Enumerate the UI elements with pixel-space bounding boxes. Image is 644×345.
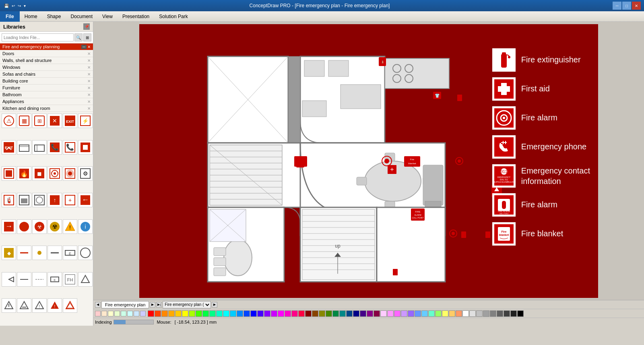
swatch[interactable] xyxy=(380,310,387,317)
close-library-icon[interactable]: ✕ xyxy=(87,58,91,63)
solution-park-menu[interactable]: Solution Park xyxy=(154,11,192,22)
swatch[interactable] xyxy=(168,310,175,317)
swatch[interactable] xyxy=(237,310,243,317)
icon-cell[interactable]: ↑ xyxy=(47,193,62,207)
phone-icon[interactable]: 📞 xyxy=(63,140,77,155)
document-menu[interactable]: Document xyxy=(66,11,97,22)
libraries-header-icons[interactable]: 📌 xyxy=(83,23,90,30)
swatch[interactable] xyxy=(216,310,223,317)
close-library-icon[interactable]: ✕ xyxy=(87,93,91,97)
shape-menu[interactable]: Shape xyxy=(42,11,66,22)
swatch[interactable] xyxy=(257,310,264,317)
swatch[interactable] xyxy=(428,310,435,317)
swatch[interactable] xyxy=(346,310,353,317)
library-walls[interactable]: Walls, shell and structure ✕ xyxy=(0,57,93,64)
icon-cell[interactable] xyxy=(17,193,31,207)
icon-cell[interactable]: + xyxy=(63,193,77,207)
icon-cell[interactable] xyxy=(78,140,93,155)
icon-cell[interactable]: ⚠ xyxy=(2,114,16,128)
swatch[interactable] xyxy=(490,310,496,317)
swatch[interactable] xyxy=(264,310,270,317)
radiation-icon[interactable]: ☢ xyxy=(47,219,62,234)
swatch[interactable] xyxy=(435,310,442,317)
swatch[interactable] xyxy=(374,310,380,317)
swatch[interactable] xyxy=(182,310,188,317)
swatch[interactable] xyxy=(305,310,312,317)
icon-cell[interactable]: E xyxy=(47,272,62,287)
tab-scroll-right[interactable]: ▶ xyxy=(212,302,217,308)
icon-cell[interactable] xyxy=(17,219,31,234)
minimize-btn[interactable]: ─ xyxy=(613,2,621,10)
icon-cell[interactable] xyxy=(17,140,31,155)
palette-swatch[interactable] xyxy=(114,311,120,316)
palette-swatch[interactable] xyxy=(121,311,126,316)
icon-cell[interactable] xyxy=(32,272,47,287)
palette-swatch[interactable] xyxy=(127,311,133,316)
icon-cell[interactable] xyxy=(17,246,31,260)
icon-cell[interactable]: ← xyxy=(78,193,93,207)
close-library-icon[interactable]: ✕ xyxy=(87,106,91,111)
swatch[interactable] xyxy=(326,310,332,317)
swatch[interactable] xyxy=(285,310,291,317)
view-menu[interactable]: View xyxy=(97,11,118,22)
triangle-icon[interactable] xyxy=(78,272,93,287)
file-menu[interactable]: File xyxy=(0,11,20,22)
palette-swatch[interactable] xyxy=(101,311,107,316)
library-furniture[interactable]: Furniture ✕ xyxy=(0,85,93,91)
close-library-icon[interactable]: ✕ xyxy=(87,65,91,70)
alarm-icon[interactable] xyxy=(47,166,62,181)
home-menu[interactable]: Home xyxy=(20,11,42,22)
swatch[interactable] xyxy=(353,310,359,317)
maximize-btn[interactable]: □ xyxy=(622,2,631,10)
collapse-icon[interactable]: ─ xyxy=(81,45,87,49)
library-bathroom[interactable]: Bathroom ✕ xyxy=(0,91,93,98)
presentation-menu[interactable]: Presentation xyxy=(118,11,154,22)
grid-view-btn[interactable]: ⊞ xyxy=(83,33,91,41)
swatch[interactable] xyxy=(504,310,510,317)
icon-cell[interactable] xyxy=(63,298,77,313)
close-library-icon[interactable]: ✕ xyxy=(87,52,91,56)
library-appliances[interactable]: Appliances ✕ xyxy=(0,98,93,105)
emergency-phone-icon[interactable]: 📞 xyxy=(47,140,62,155)
swatch[interactable] xyxy=(476,310,483,317)
biohazard-icon[interactable]: ☣ xyxy=(32,219,47,234)
library-kitchen[interactable]: Kitchen and dining room ✕ xyxy=(0,105,93,112)
swatch[interactable] xyxy=(278,310,284,317)
close-btn[interactable]: ✕ xyxy=(632,2,641,10)
tab-last-btn[interactable]: ▶| xyxy=(156,302,162,308)
icon-cell[interactable]: E xyxy=(63,246,77,260)
search-input[interactable] xyxy=(2,33,74,41)
undo-quick-btn[interactable]: ↩ xyxy=(11,3,16,9)
close-library-icon[interactable]: ✕ xyxy=(87,45,91,49)
icon-cell[interactable] xyxy=(32,246,47,260)
icon-cell[interactable]: ✕ xyxy=(47,114,62,128)
fire-extinguisher-small-icon[interactable]: 🧯 xyxy=(2,193,16,207)
library-fire-emergency[interactable]: Fire and emergency planning ─ ✕ xyxy=(0,43,93,50)
icon-cell[interactable]: → xyxy=(2,219,16,234)
swatch[interactable] xyxy=(387,310,394,317)
swatch[interactable] xyxy=(155,310,161,317)
swatch[interactable] xyxy=(394,310,400,317)
icon-cell[interactable] xyxy=(63,166,77,181)
icon-cell[interactable]: ◼ xyxy=(32,166,47,181)
canvas-scroll[interactable]: up xyxy=(93,22,644,300)
palette-swatch[interactable] xyxy=(108,311,114,316)
icon-cell[interactable]: ⊞ xyxy=(32,114,47,128)
swatch[interactable] xyxy=(360,310,366,317)
swatch[interactable] xyxy=(298,310,305,317)
swatch[interactable] xyxy=(421,310,428,317)
swatch[interactable] xyxy=(291,310,298,317)
palette-swatch[interactable] xyxy=(140,311,146,316)
swatch[interactable] xyxy=(161,310,168,317)
red-swatch[interactable] xyxy=(148,310,154,317)
save-quick-btn[interactable]: 💾 xyxy=(3,3,10,9)
icon-cell[interactable]: ⚙ xyxy=(78,166,93,181)
icon-cell[interactable] xyxy=(32,140,47,155)
library-windows[interactable]: Windows ✕ xyxy=(0,64,93,71)
swatch[interactable] xyxy=(319,310,325,317)
swatch[interactable] xyxy=(415,310,421,317)
close-library-icon[interactable]: ✕ xyxy=(87,99,91,104)
icon-cell[interactable]: ! xyxy=(32,298,47,313)
swatch[interactable] xyxy=(456,310,462,317)
icon-cell[interactable]: ◆ xyxy=(2,246,16,260)
